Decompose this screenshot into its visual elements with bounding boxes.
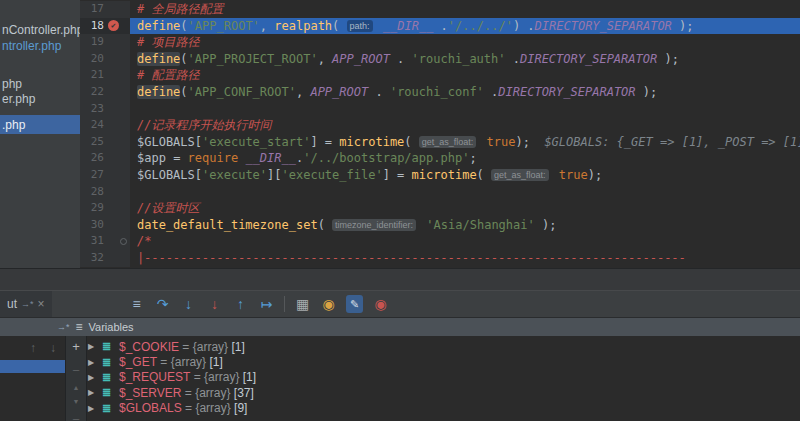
token: realpath — [274, 19, 332, 33]
code-text[interactable]: $app = require __DIR__.'/../bootstrap/ap… — [130, 150, 800, 167]
code-text[interactable]: date_default_timezone_set( timezone_iden… — [130, 217, 800, 234]
code-text[interactable]: # 项目路径 — [130, 34, 800, 51]
line-number[interactable]: 22 — [80, 84, 130, 101]
line-number[interactable]: 21 — [80, 67, 130, 84]
step-out-icon[interactable]: ↑ — [232, 295, 249, 313]
code-line[interactable]: 26$app = require __DIR__.'/../bootstrap/… — [80, 150, 800, 167]
step-over-icon[interactable]: ↷ — [154, 295, 171, 313]
token: ( — [180, 85, 187, 99]
code-text[interactable]: # 配置路径 — [130, 67, 800, 84]
coin-icon[interactable]: ◉ — [320, 295, 337, 313]
code-line[interactable]: 27$GLOBALS['execute']['execute_file'] = … — [80, 167, 800, 184]
move-up-icon[interactable]: ▲ — [66, 384, 86, 391]
expand-icon[interactable]: ▶ — [88, 342, 102, 351]
code-line[interactable]: 20define('APP_PROJECT_ROOT', APP_ROOT . … — [80, 51, 800, 68]
variable-row[interactable]: ▶≣$_REQUEST = {array} [1] — [88, 370, 256, 385]
expand-icon[interactable]: ▶ — [88, 358, 102, 367]
code-line[interactable]: 21# 配置路径 — [80, 67, 800, 84]
mute-breakpoints-icon[interactable]: ✎ — [346, 295, 363, 313]
splitter-band[interactable] — [0, 268, 800, 291]
line-number[interactable]: 29 — [80, 200, 130, 217]
selected-frame-row[interactable] — [0, 360, 65, 373]
code-line[interactable]: 22define('APP_CONF_ROOT', APP_ROOT . 'ro… — [80, 84, 800, 101]
code-line[interactable]: 24//记录程序开始执行时间 — [80, 117, 800, 134]
code-text[interactable] — [130, 184, 800, 201]
code-text[interactable]: define('APP_PROJECT_ROOT', APP_ROOT . 'r… — [130, 51, 800, 68]
line-number[interactable]: 25 — [80, 134, 130, 151]
code-text[interactable]: //设置时区 — [130, 200, 800, 217]
line-number[interactable]: 17 — [80, 1, 130, 18]
add-watch-icon[interactable]: + — [66, 339, 86, 354]
debugger-tab[interactable]: ut →* × — [0, 291, 52, 317]
force-step-into-icon[interactable]: ↓ — [206, 295, 223, 313]
code-text[interactable]: define('APP_CONF_ROOT', APP_ROOT . 'rouc… — [130, 84, 800, 101]
code-line[interactable]: 32|-------------------------------------… — [80, 250, 800, 267]
line-number[interactable]: 20 — [80, 51, 130, 68]
token: . — [433, 19, 447, 33]
remove-watch-icon[interactable]: − — [66, 363, 86, 378]
expand-icon[interactable]: ▶ — [88, 388, 102, 397]
tree-item[interactable]: nController.php — [2, 22, 81, 38]
parameter-hint: get_as_float: — [491, 169, 549, 181]
code-line[interactable]: 17# 全局路径配置 — [80, 1, 800, 18]
menu-icon[interactable]: ≡ — [76, 320, 83, 334]
prev-frame-icon[interactable]: ↑ — [30, 341, 36, 355]
line-number[interactable]: 24 — [80, 117, 130, 134]
tree-item[interactable]: php — [2, 76, 22, 92]
line-number[interactable]: 27 — [80, 167, 130, 184]
code-line[interactable]: 29//设置时区 — [80, 200, 800, 217]
tree-item[interactable]: ntroller.php — [2, 38, 61, 54]
move-down-icon[interactable]: ▼ — [66, 398, 86, 405]
code-text[interactable]: /* — [130, 233, 800, 250]
variable-row[interactable]: ▶≣$_GET = {array} [1] — [88, 354, 256, 369]
token: $GLOBALS — [137, 168, 195, 182]
line-number[interactable]: 18✔ — [80, 18, 130, 35]
code-line[interactable]: 30date_default_timezone_set( timezone_id… — [80, 217, 800, 234]
tree-item[interactable]: er.php — [2, 91, 35, 107]
code-line[interactable]: 25$GLOBALS['execute_start'] = microtime(… — [80, 134, 800, 151]
line-number[interactable]: 30 — [80, 217, 130, 234]
code-line[interactable]: 19# 项目路径 — [80, 34, 800, 51]
code-text[interactable]: # 全局路径配置 — [130, 1, 800, 18]
close-icon[interactable]: × — [38, 297, 45, 311]
line-number[interactable]: 19 — [80, 34, 130, 51]
line-number[interactable]: 23 — [80, 101, 130, 118]
evaluate-expression-icon[interactable]: ▦ — [294, 295, 311, 313]
code-line[interactable]: 31/* — [80, 233, 800, 250]
run-to-cursor-icon[interactable]: ↦ — [258, 295, 275, 313]
code-text[interactable] — [130, 101, 800, 118]
code-text[interactable]: |---------------------------------------… — [130, 250, 800, 267]
code-line[interactable]: 23 — [80, 101, 800, 118]
line-number[interactable]: 26 — [80, 150, 130, 167]
variable-row[interactable]: ▶≣$GLOBALS = {array} [9] — [88, 401, 256, 416]
expand-icon[interactable]: ▶ — [88, 373, 102, 382]
code-line[interactable]: 28 — [80, 184, 800, 201]
breakpoint-icon[interactable]: ✔ — [108, 20, 119, 31]
token: ) . — [513, 19, 535, 33]
next-frame-icon[interactable]: ↓ — [50, 341, 56, 355]
line-number[interactable]: 32 — [80, 250, 130, 267]
code-text[interactable]: $GLOBALS['execute_start'] = microtime( g… — [130, 134, 800, 151]
code-line[interactable]: 18✔define('APP_ROOT', realpath( path: __… — [80, 18, 800, 35]
tree-item[interactable]: .php — [2, 117, 25, 133]
line-number[interactable]: 28 — [80, 184, 130, 201]
frames-panel[interactable]: ↑ ↓ — [0, 336, 66, 421]
fold-marker-icon[interactable] — [120, 238, 127, 245]
token: true — [559, 168, 588, 182]
code-text[interactable]: define('APP_ROOT', realpath( path: __DIR… — [130, 18, 800, 35]
collapse-all-icon[interactable]: − — [66, 412, 86, 421]
code-text[interactable]: $GLOBALS['execute']['execute_file'] = mi… — [130, 167, 800, 184]
variable-name: $_REQUEST — [119, 370, 190, 384]
line-number[interactable]: 31 — [80, 233, 130, 250]
variables-header[interactable]: →* ≡ Variables — [0, 317, 800, 336]
step-into-icon[interactable]: ↓ — [180, 295, 197, 313]
variable-row[interactable]: ▶≣$_COOKIE = {array} [1] — [88, 339, 256, 354]
expand-icon[interactable]: ▶ — [88, 404, 102, 413]
view-breakpoints-icon[interactable]: ◉ — [372, 295, 389, 313]
token: ); — [657, 52, 679, 66]
code-text[interactable]: //记录程序开始执行时间 — [130, 117, 800, 134]
variable-row[interactable]: ▶≣$_SERVER = {array} [37] — [88, 385, 256, 400]
equals-sign: = — [179, 340, 193, 354]
code-editor[interactable]: 17# 全局路径配置18✔define('APP_ROOT', realpath… — [80, 0, 800, 268]
menu-icon[interactable]: ≡ — [128, 295, 145, 313]
